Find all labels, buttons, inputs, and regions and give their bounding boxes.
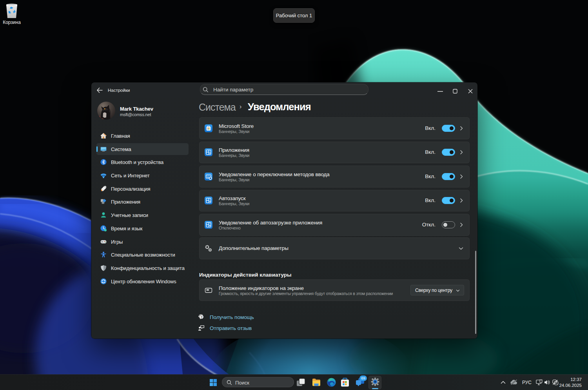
svg-text:?: ?: [201, 315, 203, 319]
